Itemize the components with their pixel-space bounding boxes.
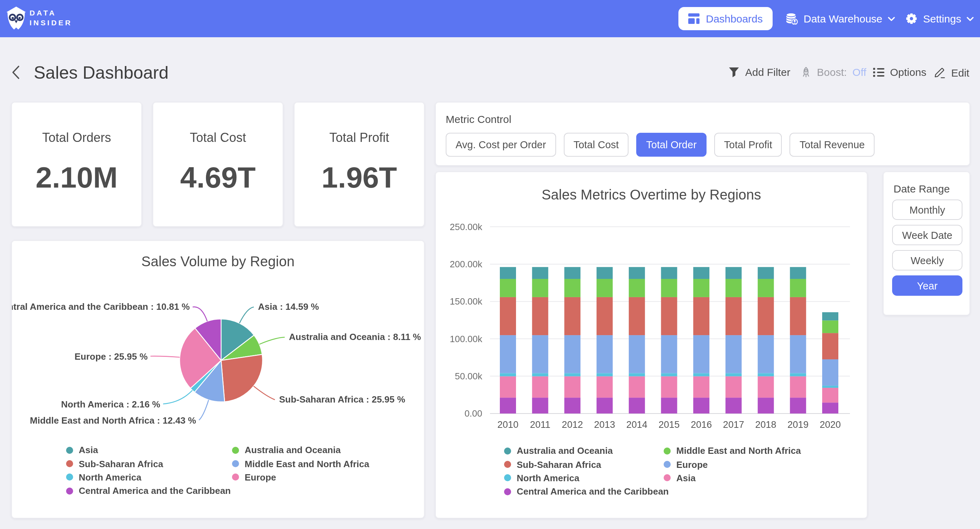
- bar-segment-2018-north-america[interactable]: [758, 373, 774, 376]
- bar-segment-2016-middle-east-and-north-africa[interactable]: [693, 279, 710, 297]
- bar-segment-2017-central-america-and-the-caribbean[interactable]: [725, 398, 742, 413]
- legend-item-central-america-and-the-caribbean[interactable]: Central America and the Caribbean: [504, 486, 663, 497]
- legend-item-middle-east-and-north-africa[interactable]: Middle East and North Africa: [232, 458, 369, 469]
- legend-item-middle-east-and-north-africa[interactable]: Middle East and North Africa: [663, 445, 801, 456]
- add-filter-button[interactable]: Add Filter: [728, 66, 790, 78]
- bar-segment-2013-north-america[interactable]: [597, 373, 612, 376]
- bar-segment-2016-sub-saharan-africa[interactable]: [693, 297, 710, 335]
- bar-segment-2012-middle-east-and-north-africa[interactable]: [564, 279, 580, 297]
- nav-item-dashboards[interactable]: Dashboards: [678, 7, 773, 30]
- bar-segment-2015-sub-saharan-africa[interactable]: [661, 297, 677, 335]
- bar-segment-2014-australia-and-oceania[interactable]: [629, 267, 645, 279]
- bar-segment-2019-north-america[interactable]: [790, 373, 806, 376]
- bar-segment-2019-europe[interactable]: [790, 335, 806, 373]
- legend-item-australia-and-oceania[interactable]: Australia and Oceania: [504, 445, 663, 456]
- edit-button[interactable]: Edit: [934, 66, 969, 79]
- bar-segment-2013-sub-saharan-africa[interactable]: [597, 297, 612, 335]
- bar-segment-2015-australia-and-oceania[interactable]: [661, 267, 677, 279]
- bar-segment-2011-central-america-and-the-caribbean[interactable]: [532, 398, 548, 413]
- bar-segment-2010-north-america[interactable]: [500, 373, 516, 376]
- metric-option-total-order[interactable]: Total Order: [636, 133, 706, 157]
- bar-segment-2013-central-america-and-the-caribbean[interactable]: [597, 398, 612, 413]
- metric-option-total-revenue[interactable]: Total Revenue: [790, 133, 875, 157]
- bar-segment-2016-central-america-and-the-caribbean[interactable]: [693, 398, 710, 413]
- bar-segment-2018-central-america-and-the-caribbean[interactable]: [758, 398, 774, 413]
- bar-segment-2012-central-america-and-the-caribbean[interactable]: [564, 398, 580, 413]
- bar-segment-2010-central-america-and-the-caribbean[interactable]: [500, 398, 516, 413]
- back-button[interactable]: [12, 65, 20, 79]
- legend-item-europe[interactable]: Europe: [663, 459, 801, 470]
- bar-segment-2018-europe[interactable]: [758, 335, 774, 373]
- bar-segment-2016-asia[interactable]: [693, 376, 710, 398]
- bar-segment-2017-asia[interactable]: [725, 376, 742, 398]
- bar-segment-2019-middle-east-and-north-africa[interactable]: [790, 279, 806, 297]
- pie-slice-sub-saharan-africa[interactable]: [221, 354, 262, 402]
- bar-segment-2018-australia-and-oceania[interactable]: [758, 267, 774, 279]
- bar-segment-2019-central-america-and-the-caribbean[interactable]: [790, 398, 806, 413]
- bar-segment-2016-australia-and-oceania[interactable]: [693, 267, 710, 279]
- bar-segment-2012-australia-and-oceania[interactable]: [564, 267, 580, 279]
- bar-segment-2015-central-america-and-the-caribbean[interactable]: [661, 398, 677, 413]
- nav-item-data-warehouse[interactable]: Data Warehouse: [785, 0, 895, 37]
- bar-segment-2019-asia[interactable]: [790, 376, 806, 398]
- date-range-option-year[interactable]: Year: [892, 275, 963, 296]
- bar-segment-2017-middle-east-and-north-africa[interactable]: [725, 279, 742, 297]
- legend-item-central-america-and-the-caribbean[interactable]: Central America and the Caribbean: [66, 486, 232, 496]
- nav-item-settings[interactable]: Settings: [905, 0, 974, 37]
- bar-segment-2014-north-america[interactable]: [629, 373, 645, 376]
- bar-segment-2012-north-america[interactable]: [564, 373, 580, 376]
- legend-item-sub-saharan-africa[interactable]: Sub-Saharan Africa: [66, 458, 232, 469]
- bar-segment-2019-sub-saharan-africa[interactable]: [790, 297, 806, 335]
- bar-segment-2014-middle-east-and-north-africa[interactable]: [629, 279, 645, 297]
- bar-segment-2017-europe[interactable]: [725, 335, 742, 373]
- bar-segment-2010-middle-east-and-north-africa[interactable]: [500, 279, 516, 297]
- legend-item-north-america[interactable]: North America: [504, 473, 663, 483]
- bar-segment-2012-asia[interactable]: [564, 376, 580, 398]
- bar-segment-2015-north-america[interactable]: [661, 373, 677, 376]
- bar-segment-2016-europe[interactable]: [693, 335, 710, 373]
- bar-segment-2018-asia[interactable]: [758, 376, 774, 398]
- bar-segment-2017-australia-and-oceania[interactable]: [725, 267, 742, 279]
- bar-segment-2012-europe[interactable]: [564, 335, 580, 373]
- bar-segment-2013-asia[interactable]: [597, 376, 612, 398]
- legend-item-asia[interactable]: Asia: [663, 473, 801, 483]
- bar-segment-2011-asia[interactable]: [532, 376, 548, 398]
- bar-segment-2015-middle-east-and-north-africa[interactable]: [661, 279, 677, 297]
- options-button[interactable]: Options: [873, 66, 926, 78]
- bar-segment-2020-australia-and-oceania[interactable]: [822, 312, 838, 320]
- bar-segment-2014-central-america-and-the-caribbean[interactable]: [629, 398, 645, 413]
- boost-toggle[interactable]: Boost: Off: [801, 66, 867, 78]
- bar-segment-2018-sub-saharan-africa[interactable]: [758, 297, 774, 335]
- bar-segment-2020-middle-east-and-north-africa[interactable]: [822, 320, 838, 333]
- bar-segment-2011-middle-east-and-north-africa[interactable]: [532, 279, 548, 297]
- bar-segment-2014-asia[interactable]: [629, 376, 645, 398]
- bar-segment-2020-europe[interactable]: [822, 359, 838, 386]
- bar-segment-2016-north-america[interactable]: [693, 373, 710, 376]
- metric-option-total-cost[interactable]: Total Cost: [563, 133, 628, 157]
- bar-segment-2020-north-america[interactable]: [822, 386, 838, 388]
- legend-item-australia-and-oceania[interactable]: Australia and Oceania: [232, 445, 369, 455]
- bar-segment-2017-north-america[interactable]: [725, 373, 742, 376]
- bar-segment-2014-sub-saharan-africa[interactable]: [629, 297, 645, 335]
- bar-segment-2010-asia[interactable]: [500, 376, 516, 398]
- bar-segment-2011-europe[interactable]: [532, 335, 548, 373]
- bar-segment-2020-central-america-and-the-caribbean[interactable]: [822, 402, 838, 413]
- bar-segment-2015-europe[interactable]: [661, 335, 677, 373]
- bar-segment-2011-north-america[interactable]: [532, 373, 548, 376]
- legend-item-sub-saharan-africa[interactable]: Sub-Saharan Africa: [504, 459, 663, 470]
- bar-segment-2018-middle-east-and-north-africa[interactable]: [758, 279, 774, 297]
- bar-segment-2011-sub-saharan-africa[interactable]: [532, 297, 548, 335]
- date-range-option-weekly[interactable]: Weekly: [892, 250, 963, 270]
- date-range-option-monthly[interactable]: Monthly: [892, 200, 963, 220]
- bar-segment-2020-sub-saharan-africa[interactable]: [822, 333, 838, 359]
- bar-segment-2010-sub-saharan-africa[interactable]: [500, 297, 516, 335]
- bar-segment-2020-asia[interactable]: [822, 388, 838, 402]
- bar-segment-2015-asia[interactable]: [661, 376, 677, 398]
- bar-segment-2019-australia-and-oceania[interactable]: [790, 267, 806, 279]
- bar-segment-2010-europe[interactable]: [500, 335, 516, 373]
- bar-segment-2014-europe[interactable]: [629, 335, 645, 373]
- bar-segment-2010-australia-and-oceania[interactable]: [500, 267, 516, 279]
- date-range-option-week-date[interactable]: Week Date: [892, 225, 963, 245]
- bar-segment-2011-australia-and-oceania[interactable]: [532, 267, 548, 279]
- metric-option-avg-cost-per-order[interactable]: Avg. Cost per Order: [446, 133, 556, 157]
